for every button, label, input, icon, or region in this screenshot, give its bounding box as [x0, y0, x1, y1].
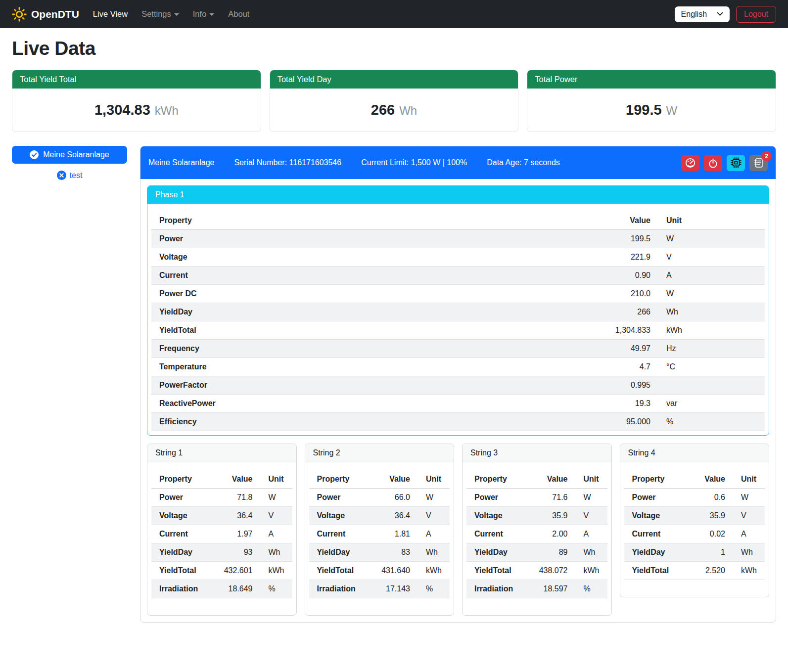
value-cell: 66.0	[372, 489, 418, 507]
table-row: Temperature4.7°C	[151, 358, 765, 376]
column-value: Value	[530, 470, 576, 489]
table-row: YieldDay1Wh	[624, 543, 765, 562]
table-row: Voltage35.9V	[466, 507, 607, 525]
event-log-button[interactable]: 2	[749, 155, 768, 171]
string-4-card: String 4 Property Value Unit	[620, 444, 770, 597]
x-circle-icon	[57, 171, 66, 180]
value-cell: 2.00	[530, 525, 576, 543]
property-cell: Voltage	[309, 507, 373, 525]
inverter-sidebar: Meine Solaranlage test	[12, 146, 127, 180]
value-cell: 2.520	[688, 562, 733, 580]
nav-menu: Live View Settings Info About	[93, 9, 250, 19]
phase-title: Phase 1	[147, 186, 769, 204]
column-value: Value	[688, 470, 733, 489]
table-row: Power71.6W	[466, 489, 607, 507]
value-cell: 83	[372, 543, 418, 562]
unit-cell: kWh	[733, 562, 765, 580]
string-body: Property Value Unit Power0.6WVoltage35.9…	[620, 462, 769, 597]
unit-cell: %	[658, 413, 765, 431]
value-cell: 17.143	[372, 580, 418, 598]
nav-item-settings-label: Settings	[141, 9, 171, 19]
value-cell: 35.9	[688, 507, 733, 525]
table-row: Irradiation17.143%	[309, 580, 450, 598]
nav-item-about[interactable]: About	[228, 9, 249, 19]
property-cell: YieldTotal	[624, 562, 688, 580]
inverter-selector-test[interactable]: test	[12, 171, 127, 180]
column-unit: Unit	[733, 470, 765, 489]
unit-cell: var	[658, 395, 765, 413]
table-row: PowerFactor0.995	[151, 376, 765, 395]
card-title: Total Power	[527, 70, 776, 89]
card-body: 199.5W	[527, 89, 776, 132]
unit-cell: kWh	[261, 562, 292, 580]
language-select-value: English	[681, 10, 707, 19]
property-cell: YieldTotal	[309, 562, 373, 580]
table-row: Current1.97A	[151, 525, 292, 543]
property-cell: YieldDay	[624, 543, 688, 562]
value-cell: 35.9	[530, 507, 576, 525]
column-property: Property	[466, 470, 530, 489]
device-info-button[interactable]	[727, 155, 745, 171]
inverter-card: Meine Solaranlage Serial Number: 1161716…	[140, 146, 776, 623]
table-header-row: Property Value Unit	[624, 470, 765, 489]
nav-item-settings[interactable]: Settings	[141, 9, 179, 19]
table-row: Power71.8W	[151, 489, 292, 507]
unit-cell: W	[418, 489, 450, 507]
unit-cell: Wh	[733, 543, 765, 562]
language-select[interactable]: English	[675, 6, 730, 22]
logout-button[interactable]: Logout	[736, 6, 776, 23]
table-row: Power66.0W	[309, 489, 450, 507]
unit-cell: V	[733, 507, 765, 525]
value-cell: 19.3	[594, 395, 658, 413]
value-cell: 89	[530, 543, 576, 562]
value-cell: 0.90	[594, 267, 658, 285]
event-count-badge: 2	[761, 151, 772, 161]
string-body: Property Value Unit Power71.6WVoltage35.…	[463, 462, 611, 615]
property-cell: Current	[151, 525, 215, 543]
unit-cell: Wh	[576, 543, 607, 562]
value-cell: 221.9	[594, 248, 658, 267]
table-row: Current2.00A	[466, 525, 607, 543]
unit-cell: Wh	[261, 543, 292, 562]
value-cell: 199.5	[594, 230, 658, 248]
value-cell: 18.597	[530, 580, 576, 598]
string-title: String 4	[620, 444, 769, 462]
limit-settings-button[interactable]	[681, 155, 699, 171]
unit-cell: W	[261, 489, 292, 507]
value-cell: 438.072	[530, 562, 576, 580]
property-cell: Frequency	[151, 340, 594, 358]
column-property: Property	[309, 470, 373, 489]
table-row: Power199.5W	[151, 230, 765, 248]
phase-body: Property Value Unit Power199.5WVoltage22…	[147, 204, 769, 435]
column-property: Property	[151, 470, 215, 489]
property-cell: YieldDay	[151, 543, 215, 562]
unit-cell: kWh	[576, 562, 607, 580]
power-toggle-button[interactable]	[704, 155, 722, 171]
unit-cell: V	[261, 507, 292, 525]
column-value: Value	[215, 470, 261, 489]
card-title: Total Yield Total	[12, 70, 261, 89]
property-cell: Power	[309, 489, 373, 507]
card-body: 1,304.83kWh	[12, 89, 261, 132]
property-cell: ReactivePower	[151, 395, 594, 413]
nav-item-live-view[interactable]: Live View	[93, 9, 128, 19]
value-cell: 266	[594, 303, 658, 321]
unit-cell: V	[576, 507, 607, 525]
property-cell: YieldTotal	[151, 321, 594, 340]
string-2-table: Property Value Unit Power66.0WVoltage36.…	[309, 470, 450, 598]
inverter-serial: Serial Number: 116171603546	[234, 158, 341, 167]
table-row: Current1.81A	[309, 525, 450, 543]
property-cell: Voltage	[466, 507, 530, 525]
table-row: YieldDay266Wh	[151, 303, 765, 321]
brand-logo[interactable]: OpenDTU	[12, 7, 79, 22]
inverter-selector-meine-solaranlage[interactable]: Meine Solaranlage	[12, 146, 127, 164]
unit-cell: Wh	[418, 543, 450, 562]
value-cell: 95.000	[594, 413, 658, 431]
string-title: String 2	[305, 444, 454, 462]
table-row: YieldTotal432.601kWh	[151, 562, 292, 580]
column-property: Property	[624, 470, 688, 489]
property-cell: YieldDay	[466, 543, 530, 562]
unit-cell: W	[658, 285, 765, 303]
chevron-down-icon	[209, 13, 214, 16]
nav-item-info[interactable]: Info	[193, 9, 215, 19]
